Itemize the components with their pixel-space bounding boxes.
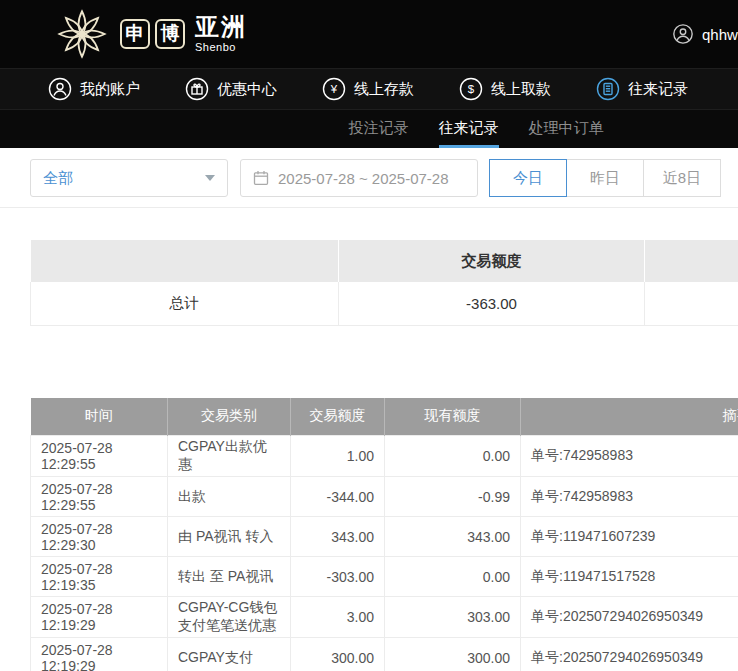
cell-balance: 0.00	[385, 436, 521, 477]
filter-bar: 全部 2025-07-28 ~ 2025-07-28 今日 昨日 近8日	[0, 148, 738, 208]
cell-type: CGPAY-CG钱包支付笔笔送优惠	[168, 597, 291, 638]
tab-bet-records[interactable]: 投注记录	[349, 110, 409, 148]
date-range-picker[interactable]: 2025-07-28 ~ 2025-07-28	[240, 159, 478, 197]
records-table: 时间 交易类别 交易额度 现有额度 摘要 2025-07-28 12:29:55…	[30, 398, 738, 671]
user-icon	[48, 77, 72, 101]
type-select[interactable]: 全部	[30, 159, 228, 197]
col-summary: 摘要	[521, 398, 738, 436]
cell-type: CGPAY出款优惠	[168, 436, 291, 477]
top-header: 申 博 亚洲 Shenbo qhhw	[0, 0, 738, 68]
table-header-row: 时间 交易类别 交易额度 现有额度 摘要	[31, 398, 738, 436]
col-amount: 交易额度	[291, 398, 385, 436]
brand-subtitle: Shenbo	[195, 42, 247, 53]
brand-region: 亚洲	[195, 15, 247, 39]
cell-balance: -0.99	[385, 477, 521, 517]
cell-time: 2025-07-28 12:29:55	[31, 436, 168, 477]
table-row: 2025-07-28 12:29:30 由 PA视讯 转入 343.00 343…	[31, 517, 738, 557]
user-avatar-icon	[672, 23, 694, 45]
cell-time: 2025-07-28 12:19:35	[31, 557, 168, 597]
svg-text:$: $	[468, 83, 475, 95]
main-nav: 我的账户 优惠中心 ¥ 线上存款	[0, 68, 738, 110]
tab-transaction-records[interactable]: 往来记录	[439, 110, 499, 148]
tab-pending-orders[interactable]: 处理中订单	[529, 110, 604, 148]
withdraw-coin-icon: $	[459, 77, 483, 101]
summary-header-amount: 交易额度	[338, 240, 645, 282]
summary-table: 交易额度 总计 -363.00	[30, 240, 738, 326]
date-range-value: 2025-07-28 ~ 2025-07-28	[278, 170, 449, 187]
summary-total-spacer	[645, 282, 738, 325]
brand-char-1: 申	[120, 19, 150, 49]
cell-summary: 单号:742958983	[521, 477, 738, 517]
deposit-coin-icon: ¥	[322, 77, 346, 101]
cell-type: 出款	[168, 477, 291, 517]
col-balance: 现有额度	[385, 398, 521, 436]
viewport: 申 博 亚洲 Shenbo qhhw	[0, 0, 738, 671]
nav-label: 线上存款	[354, 80, 414, 99]
nav-item-withdraw[interactable]: $ 线上取款	[459, 77, 551, 101]
cell-balance: 300.00	[385, 638, 521, 671]
nav-label: 线上取款	[491, 80, 551, 99]
table-row: 2025-07-28 12:29:55 CGPAY出款优惠 1.00 0.00 …	[31, 436, 738, 477]
brand-text: 亚洲 Shenbo	[195, 15, 247, 53]
calendar-icon	[253, 170, 269, 186]
cell-type: CGPAY支付	[168, 638, 291, 671]
chevron-down-icon	[205, 175, 215, 181]
cell-balance: 0.00	[385, 557, 521, 597]
cell-summary: 单号:742958983	[521, 436, 738, 477]
table-row: 2025-07-28 12:19:29 CGPAY支付 300.00 300.0…	[31, 638, 738, 671]
type-select-value: 全部	[43, 169, 73, 188]
cell-type: 由 PA视讯 转入	[168, 517, 291, 557]
user-account[interactable]: qhhw	[672, 0, 738, 68]
gift-icon	[185, 77, 209, 101]
table-row: 2025-07-28 12:19:35 转出 至 PA视讯 -303.00 0.…	[31, 557, 738, 597]
summary-total-label: 总计	[31, 282, 339, 325]
cell-summary: 单号:119471607239	[521, 517, 738, 557]
today-button[interactable]: 今日	[489, 159, 567, 197]
page: 申 博 亚洲 Shenbo qhhw	[0, 0, 738, 671]
cell-amount: 343.00	[291, 517, 385, 557]
cell-amount: -303.00	[291, 557, 385, 597]
brand-logo[interactable]: 申 博 亚洲 Shenbo	[54, 6, 247, 62]
summary-header-spacer	[645, 240, 738, 282]
nav-item-promotions[interactable]: 优惠中心	[185, 77, 277, 101]
user-name: qhhw	[702, 26, 738, 43]
summary-header-spacer	[31, 240, 339, 282]
cell-summary: 单号:202507294026950349	[521, 638, 738, 671]
summary-total-value: -363.00	[338, 282, 645, 325]
col-type: 交易类别	[168, 398, 291, 436]
nav-label: 优惠中心	[217, 80, 277, 99]
cell-amount: 300.00	[291, 638, 385, 671]
col-time: 时间	[31, 398, 168, 436]
svg-text:¥: ¥	[330, 83, 338, 95]
brand-char-2: 博	[155, 19, 185, 49]
cell-summary: 单号:202507294026950349	[521, 597, 738, 638]
nav-item-records[interactable]: 往来记录	[596, 77, 688, 101]
nav-item-my-account[interactable]: 我的账户	[48, 77, 140, 101]
lotus-flower-icon	[54, 6, 110, 62]
yesterday-button[interactable]: 昨日	[566, 159, 644, 197]
cell-time: 2025-07-28 12:19:29	[31, 638, 168, 671]
table-row: 2025-07-28 12:29:55 出款 -344.00 -0.99 单号:…	[31, 477, 738, 517]
nav-label: 往来记录	[628, 80, 688, 99]
summary-header-row: 交易额度	[31, 240, 738, 282]
cell-summary: 单号:119471517528	[521, 557, 738, 597]
cell-amount: 3.00	[291, 597, 385, 638]
cell-type: 转出 至 PA视讯	[168, 557, 291, 597]
last8days-button[interactable]: 近8日	[643, 159, 721, 197]
nav-item-deposit[interactable]: ¥ 线上存款	[322, 77, 414, 101]
nav-label: 我的账户	[80, 80, 140, 99]
cell-time: 2025-07-28 12:29:55	[31, 477, 168, 517]
cell-amount: -344.00	[291, 477, 385, 517]
records-icon	[596, 77, 620, 101]
cell-balance: 343.00	[385, 517, 521, 557]
sub-nav: 投注记录 往来记录 处理中订单	[0, 110, 738, 148]
cell-time: 2025-07-28 12:19:29	[31, 597, 168, 638]
summary-total-row: 总计 -363.00	[31, 282, 738, 325]
cell-amount: 1.00	[291, 436, 385, 477]
cell-balance: 303.00	[385, 597, 521, 638]
quick-range-buttons: 今日 昨日 近8日	[490, 159, 721, 207]
table-row: 2025-07-28 12:19:29 CGPAY-CG钱包支付笔笔送优惠 3.…	[31, 597, 738, 638]
cell-time: 2025-07-28 12:29:30	[31, 517, 168, 557]
